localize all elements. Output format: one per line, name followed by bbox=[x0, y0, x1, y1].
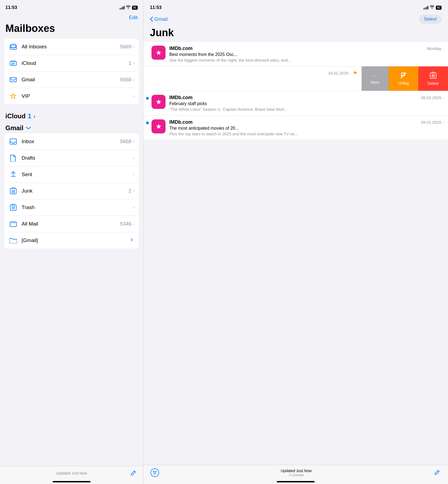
delete-trash-icon bbox=[430, 72, 436, 80]
gmail-chevron: › bbox=[133, 77, 134, 82]
more-label: More bbox=[371, 80, 379, 85]
email-header-row-1: IMDb.com Monday › bbox=[169, 46, 444, 51]
junk-label: Junk bbox=[22, 188, 129, 194]
gmail-label: Gmail bbox=[22, 77, 120, 83]
flag-icon-email-2: ⚑ bbox=[353, 70, 357, 76]
left-update-status: Updated Just Now bbox=[14, 471, 129, 475]
email-item-4[interactable]: ★ IMDb.com 09.01.2025 › The most anticip… bbox=[143, 116, 448, 140]
swipe-more-button[interactable]: ··· More bbox=[362, 66, 389, 91]
wifi-icon bbox=[126, 5, 130, 10]
sent-icon bbox=[9, 170, 18, 179]
email-item-2[interactable]: ★ IMDb.com 24.02.2025 › h this week iere… bbox=[143, 66, 362, 91]
email-subject-1: Best moments from the 2025 Osc... bbox=[169, 52, 444, 57]
sidebar-item-gmail-main[interactable]: Gmail 5668 › bbox=[4, 72, 139, 88]
sidebar-item-all-inboxes[interactable]: All Inboxes 5669 › bbox=[4, 39, 139, 55]
battery-icon: 91 bbox=[132, 6, 138, 10]
gmail-folder-label: [Gmail] bbox=[22, 237, 129, 243]
back-button[interactable]: Gmail bbox=[150, 16, 168, 22]
left-compose-button[interactable] bbox=[129, 469, 138, 478]
email-content-4: IMDb.com 09.01.2025 › The most anticipat… bbox=[169, 119, 444, 136]
right-compose-button[interactable] bbox=[433, 468, 442, 477]
icloud-section-title: iCloud bbox=[5, 112, 26, 120]
svg-rect-6 bbox=[12, 188, 15, 189]
unread-dot-3 bbox=[146, 97, 149, 100]
signal-icon bbox=[120, 6, 124, 9]
drafts-icon bbox=[9, 153, 18, 163]
trash-chevron: › bbox=[133, 205, 134, 210]
folder-icon bbox=[9, 236, 18, 245]
right-battery-icon: 91 bbox=[436, 6, 442, 10]
sidebar-item-sent[interactable]: Sent › bbox=[4, 166, 139, 183]
sidebar-item-gmail-folder[interactable]: [Gmail] bbox=[4, 232, 139, 248]
back-label: Gmail bbox=[154, 16, 168, 22]
email-item-1[interactable]: ★ IMDb.com Monday › Best moments from th… bbox=[143, 42, 448, 66]
sidebar-item-icloud[interactable]: iCloud 1 › bbox=[4, 55, 139, 72]
sidebar-item-vip[interactable]: VIP › bbox=[4, 88, 139, 104]
left-status-bar: 11:53 91 bbox=[0, 0, 143, 14]
inbox-chevron: › bbox=[133, 139, 134, 144]
junk-count: 2 bbox=[129, 188, 132, 194]
sidebar-item-inbox[interactable]: Inbox 5668 › bbox=[4, 133, 139, 150]
swipe-delete-button[interactable]: Delete bbox=[418, 66, 448, 91]
unflag-label: Unflag bbox=[398, 81, 409, 85]
star-outline-icon bbox=[9, 92, 18, 101]
sidebar-item-trash[interactable]: Trash › bbox=[4, 199, 139, 216]
email-avatar-1: ★ bbox=[151, 46, 166, 60]
sidebar-item-junk[interactable]: Junk 2 › bbox=[4, 183, 139, 199]
email-item-3[interactable]: ★ IMDb.com 06.02.2025 › February staff p… bbox=[143, 91, 448, 116]
delete-label: Delete bbox=[428, 81, 439, 86]
right-nav-row: Gmail Select bbox=[143, 14, 448, 26]
header-row: Edit bbox=[0, 14, 143, 23]
all-mail-label: All Mail bbox=[22, 221, 120, 227]
sidebar-item-drafts[interactable]: Drafts › bbox=[4, 150, 139, 166]
right-signal-icon bbox=[423, 6, 428, 9]
gmail-icon bbox=[9, 75, 18, 84]
right-wifi-icon bbox=[430, 5, 434, 10]
svg-rect-15 bbox=[10, 222, 16, 227]
page-title: Mailboxes bbox=[0, 23, 143, 39]
gmail-section-header[interactable]: Gmail bbox=[0, 122, 143, 133]
all-inboxes-chevron: › bbox=[133, 44, 134, 49]
swipe-unflag-button[interactable]: Unflag bbox=[389, 66, 418, 91]
filter-button[interactable] bbox=[150, 468, 160, 478]
all-mail-chevron: › bbox=[133, 221, 134, 226]
drafts-label: Drafts bbox=[22, 155, 132, 161]
avatar-star-1: ★ bbox=[156, 49, 162, 57]
sidebar-item-all-mail[interactable]: All Mail 5346 › bbox=[4, 216, 139, 232]
left-status-icons: 91 bbox=[120, 5, 138, 10]
gmail-count: 5668 bbox=[120, 77, 131, 83]
select-button[interactable]: Select bbox=[419, 15, 442, 24]
swipe-wrapper-2: ★ IMDb.com 24.02.2025 › h this week iere… bbox=[143, 66, 448, 91]
trash-label: Trash bbox=[22, 204, 132, 210]
icloud-section-header[interactable]: iCloud 1 › bbox=[0, 110, 143, 122]
email-subject-4: The most anticipated movies of 20... bbox=[169, 126, 444, 131]
email-preview-4: Plus the top stars to watch in 2025 and … bbox=[169, 132, 444, 136]
icloud-section-count: 1 bbox=[28, 112, 31, 120]
email-chevron-3: › bbox=[442, 95, 444, 100]
email-chevron-2: › bbox=[349, 71, 351, 75]
all-inboxes-count: 5669 bbox=[120, 44, 131, 50]
right-home-indicator bbox=[277, 481, 315, 482]
email-date-1: Monday › bbox=[427, 46, 444, 51]
right-update-status: Updated Just Now bbox=[281, 469, 312, 473]
email-date-4: 09.01.2025 › bbox=[421, 120, 444, 125]
icloud-chevron: › bbox=[133, 61, 134, 66]
all-mail-count: 5346 bbox=[120, 221, 131, 227]
email-avatar-4: ★ bbox=[151, 119, 166, 133]
icloud-icon bbox=[9, 59, 18, 68]
email-preview-2: ieres, 'Sonic 3' ning, and more. 5... bbox=[143, 82, 351, 87]
email-list: ★ IMDb.com Monday › Best moments from th… bbox=[143, 42, 448, 484]
unflag-icon bbox=[400, 72, 407, 80]
sent-label: Sent bbox=[22, 172, 132, 177]
email-chevron-4: › bbox=[442, 120, 444, 125]
svg-rect-11 bbox=[12, 204, 15, 205]
edit-button[interactable]: Edit bbox=[129, 15, 138, 21]
right-panel: 11:53 91 Gmail Select Junk bbox=[143, 0, 448, 484]
email-header-row-4: IMDb.com 09.01.2025 › bbox=[169, 119, 444, 125]
email-content-2: IMDb.com 24.02.2025 › h this week ieres,… bbox=[143, 70, 351, 87]
inbox-icon bbox=[9, 137, 18, 146]
email-sender-4: IMDb.com bbox=[169, 119, 193, 125]
email-header-row-3: IMDb.com 06.02.2025 › bbox=[169, 95, 444, 100]
trash-icon bbox=[9, 203, 18, 212]
icloud-label: iCloud bbox=[22, 60, 129, 66]
